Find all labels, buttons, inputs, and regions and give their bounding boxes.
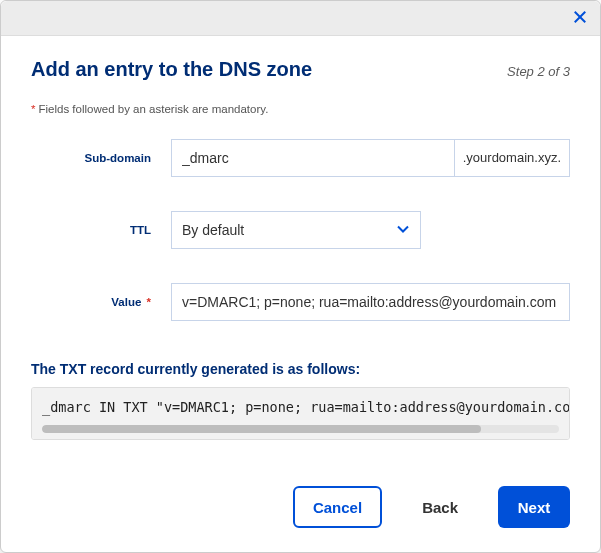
mandatory-note: *Fields followed by an asterisk are mand…: [31, 103, 570, 115]
subdomain-row: Sub-domain .yourdomain.xyz.: [31, 139, 570, 177]
subdomain-label: Sub-domain: [31, 152, 171, 164]
ttl-select-display: By default: [171, 211, 421, 249]
modal-content: Add an entry to the DNS zone Step 2 of 3…: [1, 36, 600, 468]
ttl-selected-value: By default: [182, 222, 244, 238]
generated-record-text: _dmarc IN TXT "v=DMARC1; p=none; rua=mai…: [42, 399, 570, 415]
ttl-label: TTL: [31, 224, 171, 236]
value-label: Value *: [31, 296, 171, 308]
close-icon: [573, 10, 587, 27]
page-title: Add an entry to the DNS zone: [31, 58, 312, 81]
back-button[interactable]: Back: [404, 486, 476, 528]
step-indicator: Step 2 of 3: [507, 64, 570, 79]
cancel-button[interactable]: Cancel: [293, 486, 382, 528]
ttl-field-wrap: By default: [171, 211, 570, 249]
ttl-select[interactable]: By default: [171, 211, 421, 249]
value-input[interactable]: [171, 283, 570, 321]
next-button[interactable]: Next: [498, 486, 570, 528]
subdomain-field-wrap: .yourdomain.xyz.: [171, 139, 570, 177]
close-button[interactable]: [570, 8, 590, 28]
value-row: Value *: [31, 283, 570, 321]
asterisk-icon: *: [31, 103, 35, 115]
generated-record-box[interactable]: _dmarc IN TXT "v=DMARC1; p=none; rua=mai…: [31, 387, 570, 440]
value-label-text: Value: [111, 296, 141, 308]
mandatory-note-text: Fields followed by an asterisk are manda…: [38, 103, 268, 115]
ttl-row: TTL By default: [31, 211, 570, 249]
modal-header: [1, 1, 600, 36]
value-field-wrap: [171, 283, 570, 321]
dns-entry-modal: Add an entry to the DNS zone Step 2 of 3…: [0, 0, 601, 553]
modal-footer: Cancel Back Next: [1, 468, 600, 552]
generated-record-label: The TXT record currently generated is as…: [31, 361, 570, 377]
scrollbar[interactable]: [42, 425, 559, 433]
subdomain-input[interactable]: [171, 139, 454, 177]
title-row: Add an entry to the DNS zone Step 2 of 3: [31, 58, 570, 81]
asterisk-icon: *: [143, 296, 151, 308]
subdomain-suffix: .yourdomain.xyz.: [454, 139, 570, 177]
